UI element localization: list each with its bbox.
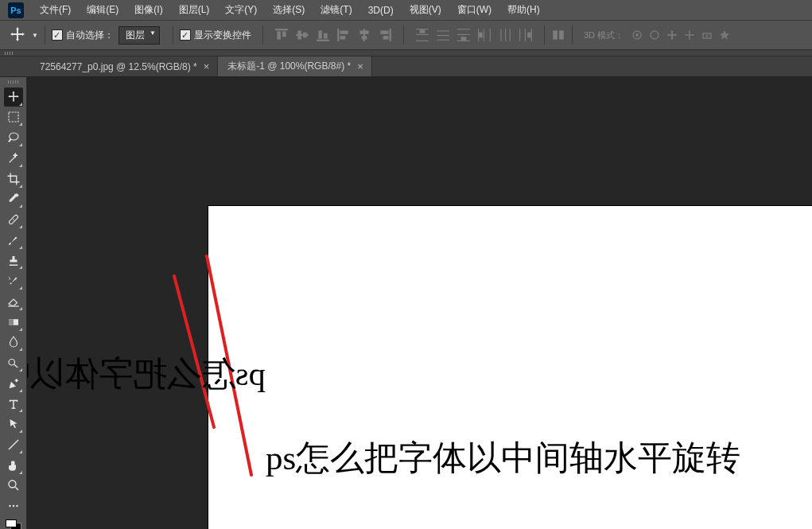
3d-zoom-icon[interactable] [701, 29, 713, 41]
document-tab-label: 未标题-1 @ 100%(RGB/8#) * [227, 60, 351, 73]
pen-tool[interactable] [4, 374, 23, 393]
document-tab-bar: 72564277_p0.jpg @ 12.5%(RGB/8) * × 未标题-1… [0, 56, 812, 77]
canvas-viewport[interactable]: ps怎么把字体以中间轴水平旋转 ps怎么把字体以中间轴水平旋转 [27, 77, 812, 529]
svg-rect-25 [457, 29, 470, 29]
divider [403, 25, 404, 45]
panel-grip[interactable] [4, 79, 23, 85]
eyedropper-tool[interactable] [4, 190, 23, 209]
mirrored-text: ps怎么把字体以中间轴水平旋转 [27, 351, 266, 397]
3d-orbit-icon[interactable] [631, 29, 643, 41]
svg-rect-47 [9, 112, 18, 122]
svg-rect-41 [559, 30, 564, 39]
menu-view[interactable]: 视图(V) [402, 0, 449, 20]
menu-3d[interactable]: 3D(D) [360, 2, 402, 19]
brush-tool[interactable] [4, 231, 23, 250]
svg-point-54 [9, 505, 10, 507]
svg-rect-35 [510, 29, 511, 41]
menu-file[interactable]: 文件(F) [32, 0, 79, 20]
svg-rect-36 [519, 29, 520, 41]
svg-rect-4 [297, 30, 301, 39]
healing-tool[interactable] [4, 210, 23, 229]
hand-tool[interactable] [4, 456, 23, 475]
3d-slide-icon[interactable] [683, 29, 696, 41]
dist-left-icon[interactable] [477, 28, 491, 42]
svg-rect-23 [437, 35, 449, 36]
dist-top-icon[interactable] [415, 28, 429, 42]
svg-rect-0 [275, 29, 288, 30]
blur-tool[interactable] [4, 333, 23, 352]
svg-rect-11 [340, 36, 345, 40]
auto-align-icon[interactable] [551, 28, 565, 42]
magic-wand-tool[interactable] [4, 149, 23, 168]
menu-select[interactable]: 选择(S) [265, 0, 313, 20]
svg-rect-13 [359, 30, 368, 34]
divider [173, 25, 173, 45]
svg-rect-26 [457, 34, 470, 35]
color-swatches[interactable] [6, 519, 21, 529]
menu-filter[interactable]: 滤镜(T) [313, 0, 359, 20]
3d-light-icon[interactable] [718, 29, 731, 41]
gradient-tool[interactable] [4, 313, 23, 332]
crop-tool[interactable] [4, 169, 23, 189]
auto-select-dropdown[interactable]: 图层 ▼ [118, 26, 160, 45]
edit-toolbar[interactable] [4, 496, 23, 515]
path-select-tool[interactable] [4, 414, 23, 434]
panel-drag-strip[interactable] [0, 50, 812, 56]
align-hcenter-icon[interactable] [357, 28, 371, 42]
lasso-tool[interactable] [4, 128, 23, 147]
align-group-1 [270, 28, 397, 42]
align-left-icon[interactable] [336, 28, 351, 42]
align-right-icon[interactable] [378, 28, 392, 42]
svg-rect-51 [9, 319, 14, 325]
history-brush-tool[interactable] [4, 271, 23, 290]
dist-hcenter-icon[interactable] [498, 28, 512, 42]
zoom-tool[interactable] [4, 476, 23, 496]
move-tool[interactable] [4, 88, 23, 107]
current-tool-indicator[interactable] [8, 25, 27, 45]
distribute-group [410, 28, 538, 42]
menu-edit[interactable]: 编辑(E) [79, 0, 126, 20]
svg-rect-14 [362, 36, 367, 40]
svg-rect-20 [416, 41, 429, 41]
auto-select-label: 自动选择： [66, 29, 114, 42]
dist-vcenter-icon[interactable] [436, 28, 450, 42]
svg-rect-16 [380, 30, 388, 34]
menu-window[interactable]: 窗口(W) [449, 0, 499, 20]
menu-layer[interactable]: 图层(L) [171, 0, 218, 20]
document-tab[interactable]: 未标题-1 @ 100%(RGB/8#) * × [218, 56, 372, 76]
eraser-tool[interactable] [4, 292, 23, 311]
move-icon [8, 25, 27, 45]
options-bar: ▼ ✓ 自动选择： 图层 ▼ ✓ 显示变换控件 3D 模式： [0, 21, 812, 50]
svg-point-44 [651, 31, 659, 39]
close-icon[interactable]: × [357, 61, 363, 72]
align-bottom-icon[interactable] [316, 28, 330, 42]
dist-bottom-icon[interactable] [457, 28, 471, 42]
auto-select-checkbox[interactable]: ✓ 自动选择： [52, 29, 114, 42]
menu-help[interactable]: 帮助(H) [499, 0, 548, 20]
align-top-icon[interactable] [274, 28, 289, 42]
dodge-tool[interactable] [4, 353, 23, 372]
svg-rect-9 [337, 29, 339, 41]
menu-type[interactable]: 文字(Y) [217, 0, 265, 20]
marquee-tool[interactable] [4, 108, 23, 127]
menu-image[interactable]: 图像(I) [126, 0, 170, 20]
3d-roll-icon[interactable] [648, 29, 661, 41]
svg-rect-21 [420, 29, 425, 33]
svg-rect-24 [437, 40, 449, 41]
divider [262, 25, 263, 45]
shape-tool[interactable] [4, 435, 23, 454]
svg-rect-6 [317, 40, 329, 41]
show-transform-checkbox[interactable]: ✓ 显示变换控件 [180, 29, 251, 42]
close-icon[interactable]: × [204, 61, 210, 72]
align-vcenter-icon[interactable] [295, 28, 309, 42]
stamp-tool[interactable] [4, 251, 23, 270]
svg-rect-10 [340, 30, 348, 34]
tool-dropdown-icon[interactable]: ▼ [32, 32, 38, 39]
zoom-icon [6, 478, 21, 492]
check-icon: ✓ [52, 29, 63, 41]
3d-pan-icon[interactable] [666, 29, 678, 41]
dist-right-icon[interactable] [519, 28, 533, 42]
document-tab[interactable]: 72564277_p0.jpg @ 12.5%(RGB/8) * × [30, 56, 218, 76]
type-tool[interactable] [4, 395, 23, 414]
svg-rect-37 [525, 29, 526, 41]
